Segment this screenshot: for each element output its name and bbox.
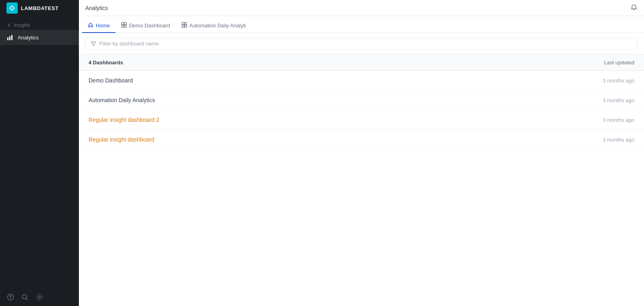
dashboard-name: Regular insight dashboard xyxy=(89,136,154,143)
help-icon[interactable] xyxy=(6,293,14,301)
svg-rect-8 xyxy=(124,23,126,25)
svg-point-5 xyxy=(23,295,27,299)
dashboard-icon-1 xyxy=(121,22,127,29)
dashboard-time: 3 months ago xyxy=(603,78,634,84)
tab-demo-label: Demo Dashboard xyxy=(129,23,170,29)
sidebar-nav: Insights Analytics xyxy=(0,16,79,288)
logo: LAMBDATEST xyxy=(0,0,79,16)
table-row[interactable]: Automation Daily Analytics 3 months ago xyxy=(79,90,644,110)
tabs-bar: Home Demo Dashboard xyxy=(79,16,644,33)
tab-home[interactable]: Home xyxy=(82,19,116,33)
topbar-title: Analytics xyxy=(85,5,108,11)
svg-rect-11 xyxy=(182,23,184,25)
svg-rect-12 xyxy=(184,23,187,25)
tab-automation-label: Automation Daily Analyti xyxy=(190,23,246,29)
svg-point-6 xyxy=(39,296,41,298)
logo-icon xyxy=(6,2,18,14)
dashboard-name: Regular insight dashboard-2 xyxy=(89,117,159,123)
sidebar: LAMBDATEST Insights Analytics xyxy=(0,0,79,306)
dashboard-time: 3 months ago xyxy=(603,137,634,143)
main-content: Analytics Home xyxy=(79,0,644,306)
sidebar-item-analytics[interactable]: Analytics xyxy=(0,30,79,45)
table-row[interactable]: Regular insight dashboard 3 months ago xyxy=(79,130,644,150)
list-header: 4 Dashboards Last updated xyxy=(79,55,644,71)
svg-rect-3 xyxy=(11,35,12,40)
home-icon xyxy=(88,22,93,29)
logo-text: LAMBDATEST xyxy=(21,5,59,11)
svg-rect-7 xyxy=(122,23,124,25)
settings-icon[interactable] xyxy=(35,293,43,301)
filter-input[interactable] xyxy=(99,41,632,47)
filter-input-wrap[interactable] xyxy=(85,38,638,49)
table-row[interactable]: Demo Dashboard 3 months ago xyxy=(79,71,644,90)
filter-icon xyxy=(91,41,96,47)
dashboard-time: 3 months ago xyxy=(603,117,634,123)
dashboard-time: 3 months ago xyxy=(603,97,634,103)
topbar: Analytics xyxy=(79,0,644,16)
tab-automation-daily[interactable]: Automation Daily Analyti xyxy=(176,19,252,33)
dashboard-icon-2 xyxy=(182,22,187,29)
dashboard-name: Automation Daily Analytics xyxy=(89,97,155,103)
table-row[interactable]: Regular insight dashboard-2 3 months ago xyxy=(79,110,644,130)
search-icon[interactable] xyxy=(21,293,29,301)
svg-rect-10 xyxy=(124,25,126,28)
svg-rect-2 xyxy=(9,36,10,40)
notification-icon[interactable] xyxy=(630,4,638,12)
analytics-label: Analytics xyxy=(18,35,39,41)
svg-rect-1 xyxy=(7,37,8,40)
dashboard-name: Demo Dashboard xyxy=(89,77,133,84)
svg-rect-13 xyxy=(182,25,184,28)
dashboard-list: 4 Dashboards Last updated Demo Dashboard… xyxy=(79,55,644,306)
chevron-left-icon xyxy=(6,23,11,28)
svg-rect-14 xyxy=(184,25,187,28)
last-updated-label: Last updated xyxy=(604,60,634,66)
filter-bar xyxy=(79,33,644,55)
svg-rect-9 xyxy=(122,25,124,28)
sidebar-item-insights[interactable]: Insights xyxy=(0,19,79,30)
analytics-icon xyxy=(6,34,14,41)
dashboard-count: 4 Dashboards xyxy=(89,60,123,66)
tab-home-label: Home xyxy=(96,23,110,29)
sidebar-bottom xyxy=(0,288,79,306)
tab-demo-dashboard[interactable]: Demo Dashboard xyxy=(116,19,176,33)
